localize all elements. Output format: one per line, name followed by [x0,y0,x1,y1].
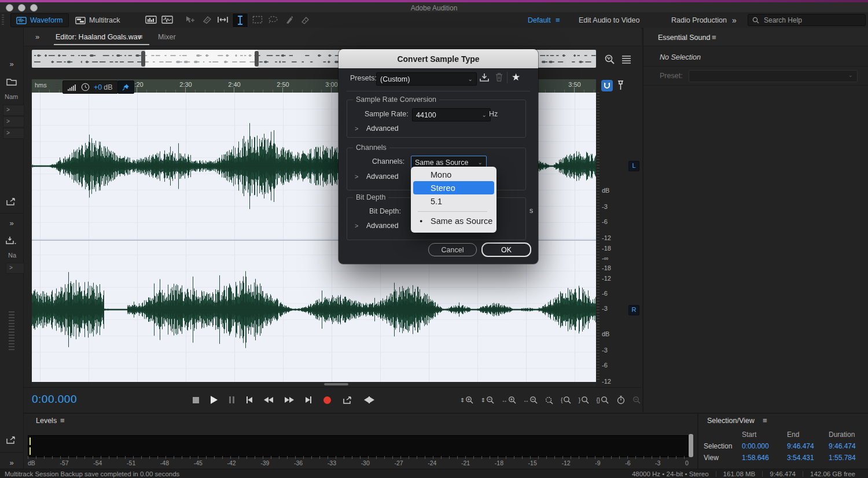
tab-mixer[interactable]: Mixer [158,33,176,41]
record-button[interactable] [323,396,331,404]
folder-icon[interactable] [6,78,17,86]
workspace-menu-icon[interactable]: ≡ [556,16,560,24]
marker-pin-icon[interactable] [617,80,624,91]
levels-panel-chevrons[interactable]: » [0,458,23,467]
media-panel-expand-chevrons[interactable]: » [0,219,23,227]
volume-hud[interactable]: +0 dB [62,80,118,94]
fast-forward-button[interactable] [285,397,294,403]
lasso-selection-tool-icon[interactable] [266,13,281,26]
zoom-in-amplitude-button[interactable]: ⇕ [460,396,473,404]
tab-editor[interactable]: Editor: Haaland Goals.wav [56,33,141,41]
view-start-value[interactable]: 1:58.646 [742,454,787,462]
skip-selection-button[interactable] [364,396,374,403]
zoom-out-full-button[interactable] [545,396,553,405]
paintbrush-tool-icon[interactable] [282,13,297,26]
search-help-box[interactable] [748,14,866,26]
essential-sound-menu-icon[interactable]: ≡ [712,33,716,42]
selection-view-menu-icon[interactable]: ≡ [763,416,767,425]
advanced-expander-icon[interactable]: > [355,222,358,229]
hud-gain-value[interactable]: +0 [94,83,102,91]
zoom-to-selection-button[interactable]: {} [596,396,609,404]
time-selection-tool-icon[interactable] [232,13,248,28]
zoom-display-icon[interactable] [604,54,615,65]
zoom-to-out-point-button[interactable]: } [579,396,589,404]
hud-pin-button[interactable] [117,80,134,94]
rewind-button[interactable] [264,397,273,403]
overview-handle-left[interactable] [141,51,145,67]
dialog-title[interactable]: Convert Sample Type [339,49,538,68]
view-end-value[interactable]: 3:54.431 [787,454,829,462]
waveform-display-button[interactable] [160,13,175,26]
zoom-to-in-point-button[interactable]: { [561,396,571,404]
slip-tool-icon[interactable] [215,13,230,26]
tab-essential-sound[interactable]: Essential Sound [658,34,710,42]
selection-start-value[interactable]: 0:00.000 [742,442,787,450]
levels-scrollbar[interactable] [689,434,693,457]
snap-toggle-icon[interactable] [601,80,613,91]
spot-healing-brush-tool-icon[interactable] [298,13,313,26]
panel-chevrons[interactable]: » [35,32,39,41]
menu-item-same-as-source[interactable]: Same as Source [411,214,496,227]
ok-button[interactable]: OK [481,242,531,257]
marquee-selection-tool-icon[interactable] [250,13,265,26]
cancel-button[interactable]: Cancel [428,243,477,256]
playhead-time[interactable]: 0:00.000 [32,393,77,406]
search-help-input[interactable] [763,16,852,25]
presets-dropdown[interactable]: (Custom) ⌄ [376,72,477,86]
favorite-star-icon[interactable]: ★ [512,71,520,83]
right-channel-badge[interactable]: R [628,305,639,315]
tab-levels[interactable]: Levels [36,417,57,425]
import-file-icon[interactable] [6,236,17,245]
files-panel-expand-chevrons[interactable]: » [0,60,23,68]
hud-grip[interactable] [56,82,59,91]
rail-scroll-grip[interactable] [9,311,14,352]
display-list-icon[interactable] [621,54,631,64]
play-button[interactable] [211,396,218,404]
zoom-out-amplitude-button[interactable]: ⇕ [481,396,494,404]
tab-selection-view[interactable]: Selection/View [707,417,755,425]
previous-button[interactable] [247,396,252,403]
media-tree-expander[interactable]: > [6,263,24,274]
stop-button[interactable] [193,397,199,403]
file-tree-expander[interactable]: > [3,128,24,139]
open-in-multitrack-icon[interactable] [6,197,16,206]
multitrack-mode-button[interactable]: Multitrack [69,13,126,27]
sample-rate-dropdown[interactable]: 44100 ⌄ [412,108,491,122]
advanced-expander-icon[interactable]: > [355,173,358,180]
waveform-hscrollbar[interactable] [32,382,596,386]
workspace-edit-audio-to-video[interactable]: Edit Audio to Video [579,16,639,24]
file-tree-expander[interactable]: > [3,116,24,127]
hscrollbar-thumb[interactable] [324,383,348,385]
workspace-overflow-chevrons[interactable]: » [732,16,737,25]
next-button[interactable] [306,396,311,403]
left-channel-badge[interactable]: L [628,161,639,171]
file-tree-expander[interactable]: > [3,105,24,116]
loop-playback-button[interactable] [343,396,352,405]
overview-viewport[interactable] [145,50,258,68]
advanced-expander-icon[interactable]: > [355,125,358,132]
selection-end-value[interactable]: 9:46.474 [787,442,829,450]
view-duration-value[interactable]: 1:55.784 [829,454,868,462]
stopwatch-button[interactable] [616,395,626,405]
menu-item-stereo-highlighted[interactable]: Stereo [413,181,494,194]
loop-export-icon[interactable] [6,436,16,444]
pause-button[interactable] [229,396,234,403]
bit-depth-advanced[interactable]: Advanced [366,222,399,230]
toolbar-grip[interactable] [2,14,4,25]
selection-duration-value[interactable]: 9:46.474 [829,442,868,450]
waveform-mode-button[interactable]: Waveform [10,13,69,27]
levels-panel-menu-icon[interactable]: ≡ [60,416,65,425]
workspace-default[interactable]: Default [528,16,551,24]
sample-rate-advanced[interactable]: Advanced [366,124,399,133]
editor-panel-menu-icon[interactable]: ≡ [138,32,143,41]
menu-item-5-1[interactable]: 5.1 [411,194,496,208]
zoom-in-time-button[interactable]: ↔ [502,396,516,404]
move-tool-icon[interactable] [183,13,198,26]
workspace-radio-production[interactable]: Radio Production [671,16,727,24]
save-preset-icon[interactable] [479,73,490,82]
channels-advanced[interactable]: Advanced [366,172,399,181]
menu-item-mono[interactable]: Mono [411,168,496,181]
overview-handle-right[interactable] [255,51,259,67]
zoom-out-time-button[interactable]: ↔ [523,396,538,404]
spectral-display-button[interactable] [144,13,159,26]
